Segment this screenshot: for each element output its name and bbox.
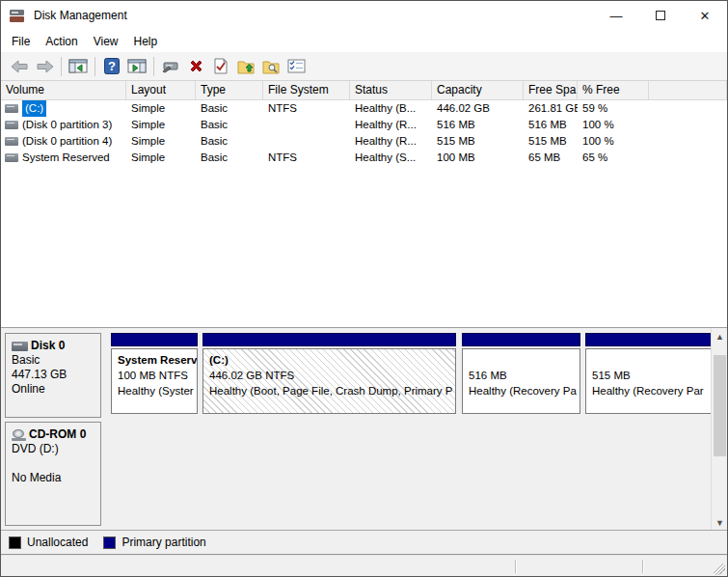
show-console-tree-button[interactable] xyxy=(66,55,91,78)
mark-partition-active-icon xyxy=(213,58,229,74)
properties-button[interactable] xyxy=(283,55,309,78)
table-row[interactable]: (Disk 0 partition 4) Simple Basic Health… xyxy=(1,133,727,150)
cell-type: Basic xyxy=(196,100,263,117)
disk0-info-panel[interactable]: Disk 0 Basic 447.13 GB Online xyxy=(5,333,101,418)
vertical-scrollbar[interactable]: ▲ ▼ xyxy=(711,328,727,531)
partition-recovery-1[interactable]: 516 MB Healthy (Recovery Pa xyxy=(462,333,580,414)
partition-status: Healthy (Recovery Pa xyxy=(469,383,574,398)
partition-title xyxy=(469,352,574,368)
primary-partition-swatch xyxy=(103,536,116,549)
status-bar xyxy=(1,554,727,577)
table-row[interactable]: System Reserved Simple Basic NTFS Health… xyxy=(1,150,727,166)
table-row[interactable]: (C:) Simple Basic NTFS Healthy (B... 446… xyxy=(1,100,727,117)
column-header-free-space[interactable]: Free Spa... xyxy=(524,81,578,100)
volume-name: (Disk 0 partition 3) xyxy=(22,117,112,133)
unallocated-swatch xyxy=(9,536,21,549)
column-header-filler xyxy=(649,81,727,100)
partition-size: 515 MB xyxy=(592,368,706,383)
cell-file-system: NTFS xyxy=(263,150,350,166)
cell-layout: Simple xyxy=(126,117,196,133)
cell-status: Healthy (R... xyxy=(350,133,432,150)
disk0-status: Online xyxy=(12,382,94,397)
disk0-partition-area: System Reserv 100 MB NTFS Healthy (Syste… xyxy=(107,333,715,420)
scroll-up-icon[interactable]: ▲ xyxy=(712,328,728,344)
resize-grip[interactable] xyxy=(714,563,725,575)
minimize-icon: — xyxy=(610,9,623,23)
column-header-capacity[interactable]: Capacity xyxy=(432,81,524,100)
primary-partition-bar xyxy=(111,333,198,346)
toolbar-separator xyxy=(94,57,95,76)
unallocated-label: Unallocated xyxy=(27,536,88,549)
column-header-type[interactable]: Type xyxy=(196,81,263,100)
cell-file-system xyxy=(263,117,350,133)
cdrom0-type: DVD (D:) xyxy=(12,442,94,456)
cell-capacity: 100 MB xyxy=(432,150,524,166)
cell-type: Basic xyxy=(196,150,263,166)
partition-recovery-2[interactable]: 515 MB Healthy (Recovery Par xyxy=(585,333,713,414)
partition-title: (C:) xyxy=(209,352,449,368)
cell-file-system xyxy=(263,133,350,150)
cell-free-space: 65 MB xyxy=(524,150,578,166)
cell-pct-free: 100 % xyxy=(578,133,649,150)
help-icon: ? xyxy=(104,58,120,74)
menu-bar: File Action View Help xyxy=(1,30,727,52)
disk-management-window: Disk Management — ✕ File Action View Hel… xyxy=(0,0,728,577)
cell-status: Healthy (R... xyxy=(350,117,432,133)
cell-capacity: 515 MB xyxy=(432,133,524,150)
table-row[interactable]: (Disk 0 partition 3) Simple Basic Health… xyxy=(1,117,727,133)
disk0-size: 447.13 GB xyxy=(12,368,94,382)
cdrom0-status: No Media xyxy=(12,471,94,485)
show-action-pane-button[interactable] xyxy=(124,55,149,78)
delete-volume-button[interactable] xyxy=(183,55,208,78)
partition-system-reserved[interactable]: System Reserv 100 MB NTFS Healthy (Syste… xyxy=(111,333,198,414)
open-folder-button[interactable] xyxy=(233,55,258,78)
column-header-pct-free[interactable]: % Free xyxy=(578,81,649,100)
window-title: Disk Management xyxy=(34,9,127,22)
volume-list-header: Volume Layout Type File System Status Ca… xyxy=(1,81,727,100)
svg-text:?: ? xyxy=(108,59,116,73)
forward-icon xyxy=(36,60,54,73)
menu-view[interactable]: View xyxy=(86,32,126,51)
partition-status: Healthy (Boot, Page File, Crash Dump, Pr… xyxy=(209,383,449,398)
column-header-volume[interactable]: Volume xyxy=(1,81,126,100)
column-header-layout[interactable]: Layout xyxy=(126,81,196,100)
disk0-name: Disk 0 xyxy=(31,339,65,353)
help-button[interactable]: ? xyxy=(99,55,124,78)
back-icon xyxy=(11,60,29,73)
primary-partition-label: Primary partition xyxy=(121,536,205,549)
menu-help[interactable]: Help xyxy=(126,32,166,51)
cdrom0-info-panel[interactable]: CD-ROM 0 DVD (D:) No Media xyxy=(5,422,101,526)
menu-file[interactable]: File xyxy=(4,32,38,51)
partition-size: 446.02 GB NTFS xyxy=(209,368,449,383)
drive-tool-button[interactable] xyxy=(158,55,183,78)
cd-rom-icon xyxy=(12,429,26,441)
scrollbar-thumb[interactable] xyxy=(714,355,726,456)
volume-name: (Disk 0 partition 4) xyxy=(22,133,112,150)
cdrom0-name: CD-ROM 0 xyxy=(29,427,86,442)
cell-type: Basic xyxy=(196,133,263,150)
disk-management-icon xyxy=(10,9,26,23)
back-button[interactable] xyxy=(7,55,32,78)
partition-size: 516 MB xyxy=(469,368,574,383)
cell-capacity: 516 MB xyxy=(432,117,524,133)
partition-c[interactable]: (C:) 446.02 GB NTFS Healthy (Boot, Page … xyxy=(202,333,456,414)
volume-icon xyxy=(5,153,18,162)
maximize-icon xyxy=(656,11,665,20)
cell-free-space: 516 MB xyxy=(524,117,578,133)
maximize-button[interactable] xyxy=(638,1,683,30)
menu-action[interactable]: Action xyxy=(38,32,85,51)
hard-disk-icon xyxy=(12,342,28,351)
cell-free-space: 515 MB xyxy=(524,133,578,150)
forward-button[interactable] xyxy=(32,55,57,78)
column-header-file-system[interactable]: File System xyxy=(263,81,350,100)
show-action-pane-icon xyxy=(127,59,147,73)
explore-button[interactable] xyxy=(258,55,283,78)
close-button[interactable]: ✕ xyxy=(683,1,727,30)
partition-title xyxy=(592,352,706,368)
minimize-button[interactable]: — xyxy=(594,1,638,30)
volume-icon xyxy=(5,104,18,113)
scroll-down-icon[interactable]: ▼ xyxy=(712,514,728,531)
mark-partition-active-button[interactable] xyxy=(208,55,233,78)
toolbar: ? xyxy=(1,52,727,81)
column-header-status[interactable]: Status xyxy=(350,81,432,100)
